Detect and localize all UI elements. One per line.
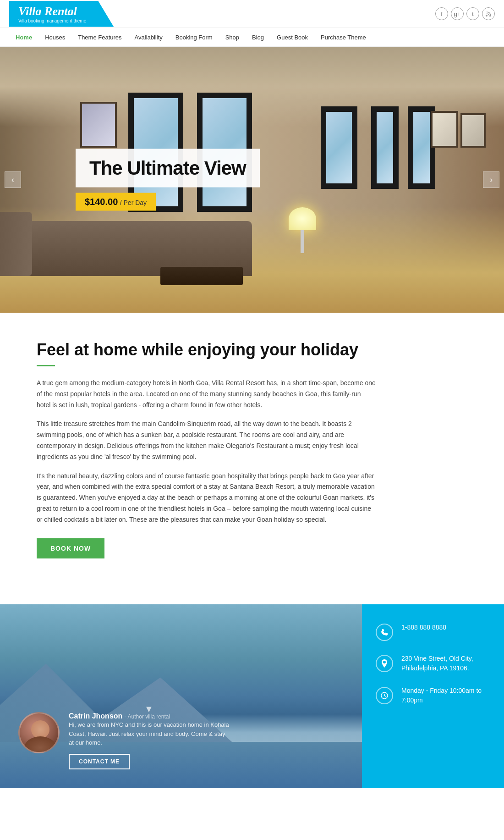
logo-title: Villa Rental [18, 5, 86, 18]
wall-picture-2 [431, 111, 458, 148]
facebook-icon[interactable]: f [435, 7, 448, 20]
paragraph-3: It's the natural beauty, dazzling colors… [37, 471, 376, 525]
paragraph-2: This little treasure stretches from the … [37, 419, 376, 462]
window-4 [371, 106, 399, 189]
hours-info: Monday - Friday 10:00am to 7:00pm [376, 686, 490, 705]
wall-picture-1 [80, 102, 117, 148]
hours-text: Monday - Friday 10:00am to 7:00pm [401, 686, 490, 705]
address-info: 230 Vine Street, Old City, Philadelphia,… [376, 654, 490, 673]
header: Villa Rental Villa booking management th… [0, 0, 504, 28]
svg-point-0 [486, 15, 488, 17]
hero-content: The Ultimate View $140.00 / Per Day [76, 149, 260, 211]
address-icon [376, 655, 393, 672]
book-now-button[interactable]: BOOK NOW [37, 538, 104, 558]
clock-icon [376, 687, 393, 704]
phone-text: 1-888 888 8888 [401, 623, 446, 632]
social-icons: f g+ t [435, 7, 495, 20]
logo-area: Villa Rental Villa booking management th… [9, 1, 114, 27]
wall-picture-3 [460, 113, 486, 148]
hero-title-box: The Ultimate View [76, 149, 260, 188]
google-plus-icon[interactable]: g+ [451, 7, 464, 20]
nav-houses[interactable]: Houses [38, 29, 71, 45]
author-info: Catrin Jhonson - Author villa rental Hi,… [69, 712, 229, 769]
paragraph-1: A true gem among the medium-category hot… [37, 378, 376, 410]
nav-availability[interactable]: Availability [128, 29, 169, 45]
logo-subtitle: Villa booking management theme [18, 18, 86, 23]
content-section: Feel at home while enjoying your holiday… [0, 313, 412, 577]
lamp [293, 207, 312, 249]
lamp-base [301, 230, 304, 253]
coffee-table [160, 267, 243, 285]
author-name-line: Catrin Jhonson - Author villa rental [69, 712, 229, 720]
hero-slider: The Ultimate View $140.00 / Per Day ‹ › [0, 47, 504, 313]
slider-arrow-left[interactable]: ‹ [5, 171, 21, 188]
hero-price-box: $140.00 / Per Day [76, 193, 156, 211]
section-title: Feel at home while enjoying your holiday [37, 340, 376, 359]
author-bio: Hi, we are from NYC and this is our vaca… [69, 720, 229, 747]
nav-shop[interactable]: Shop [219, 29, 246, 45]
navigation: Home Houses Theme Features Availability … [0, 28, 504, 47]
lamp-shade [289, 207, 316, 230]
bottom-section: Catrin Jhonson - Author villa rental Hi,… [0, 604, 504, 788]
author-panel: Catrin Jhonson - Author villa rental Hi,… [18, 712, 229, 769]
contact-me-button[interactable]: CONTACT ME [69, 754, 130, 769]
window-3 [321, 106, 357, 189]
nav-theme-features[interactable]: Theme Features [71, 29, 128, 45]
slider-arrow-right[interactable]: › [483, 171, 499, 188]
address-text: 230 Vine Street, Old City, Philadelphia,… [401, 654, 490, 673]
hero-price: $140.00 [85, 197, 118, 207]
phone-info: 1-888 888 8888 [376, 623, 490, 641]
avatar [18, 712, 60, 753]
nav-booking-form[interactable]: Booking Form [169, 29, 219, 45]
section-underline [37, 365, 55, 366]
nav-purchase-theme[interactable]: Purchase Theme [314, 29, 373, 45]
hero-title: The Ultimate View [89, 157, 246, 179]
nav-guest-book[interactable]: Guest Book [270, 29, 314, 45]
phone-icon [376, 624, 393, 641]
info-panel: 1-888 888 8888 230 Vine Street, Old City… [362, 604, 504, 788]
author-role: - Author villa rental [125, 713, 170, 720]
rss-icon[interactable] [482, 7, 495, 20]
twitter-icon[interactable]: t [466, 7, 479, 20]
hero-price-unit: / Per Day [120, 199, 147, 206]
nav-home[interactable]: Home [9, 29, 38, 45]
nav-blog[interactable]: Blog [246, 29, 270, 45]
author-name: Catrin Jhonson [69, 712, 122, 720]
